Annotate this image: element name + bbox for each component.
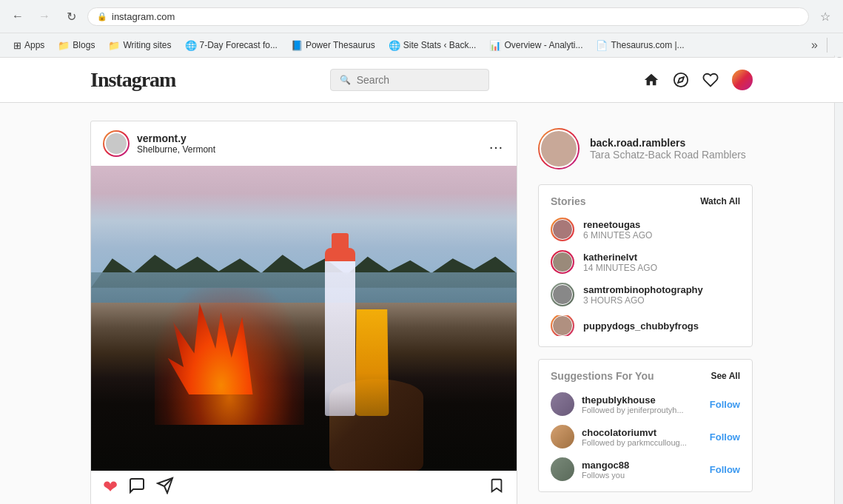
instagram-feed: vermont.y Shelburne, Vermont … bbox=[90, 121, 517, 504]
story-username-katherine: katherinelvt bbox=[583, 252, 740, 263]
story-item-sam[interactable]: samtrombinophotography 3 HOURS AGO bbox=[551, 283, 740, 306]
stories-title: Stories bbox=[551, 195, 585, 207]
search-icon: 🔍 bbox=[340, 75, 351, 85]
post-user-avatar[interactable] bbox=[103, 130, 130, 157]
sidebar-username: back.road.ramblers bbox=[590, 137, 746, 149]
suggestion-avatar-chocolatorium bbox=[551, 425, 574, 448]
suggestion-sub-mangoc88: Follows you bbox=[582, 471, 702, 480]
suggestion-info-mangoc88: mangoc88 Follows you bbox=[582, 460, 702, 480]
suggestion-item-publyk: thepublykhouse Followed by jeniferprouty… bbox=[551, 392, 740, 416]
back-button[interactable]: ← bbox=[7, 6, 28, 27]
bookmark-overview-analytics[interactable]: 📊 Overview - Analyti... bbox=[483, 38, 588, 53]
user-avatar-nav[interactable] bbox=[732, 70, 753, 90]
svg-point-0 bbox=[674, 73, 688, 87]
story-item-puppydogs[interactable]: puppydogs_chubbyfrogs bbox=[551, 315, 740, 336]
bookmark-analytics-label: Overview - Analyti... bbox=[504, 40, 582, 50]
reload-button[interactable]: ↻ bbox=[61, 6, 81, 27]
bookmarks-bar: ⊞ 🏠 Apps 📁 Blogs 📁 Writing sites 🌐 7-Day… bbox=[0, 33, 843, 57]
comment-button[interactable] bbox=[128, 477, 146, 499]
browser-toolbar: ← → ↻ 🔒 ☆ bbox=[0, 0, 843, 33]
post-header: vermont.y Shelburne, Vermont … bbox=[91, 121, 517, 166]
bookmark-apps[interactable]: ⊞ 🏠 Apps bbox=[7, 38, 50, 53]
bookmark-7day-label: 7-Day Forecast fo... bbox=[200, 40, 278, 50]
bookmark-7day-forecast[interactable]: 🌐 7-Day Forecast fo... bbox=[179, 38, 283, 53]
sidebar-profile-info: back.road.ramblers Tara Schatz-Back Road… bbox=[590, 137, 746, 161]
glass-layer bbox=[355, 309, 389, 416]
post-user-details: vermont.y Shelburne, Vermont bbox=[137, 132, 215, 155]
thesaurus-com-icon: 📄 bbox=[596, 40, 608, 51]
story-item-katherine[interactable]: katherinelvt 14 MINUTES AGO bbox=[551, 250, 740, 274]
suggestion-item-mangoc88: mangoc88 Follows you Follow bbox=[551, 457, 740, 481]
story-username-sam: samtrombinophotography bbox=[583, 284, 740, 295]
watch-all-button[interactable]: Watch All bbox=[700, 196, 740, 206]
bookmark-thesaurus-com[interactable]: 📄 Thesaurus.com |... bbox=[590, 38, 690, 53]
story-info-sam: samtrombinophotography 3 HOURS AGO bbox=[583, 284, 740, 306]
suggestion-username-publyk: thepublykhouse bbox=[582, 394, 702, 406]
suggestions-header: Suggestions For You See All bbox=[551, 370, 740, 382]
instagram-header: Instagram 🔍 bbox=[0, 58, 843, 103]
bookmark-writing-sites[interactable]: 📁 Writing sites bbox=[102, 38, 177, 53]
post-image bbox=[91, 166, 517, 471]
sidebar-profile-avatar[interactable] bbox=[538, 128, 580, 169]
post-actions-left: ❤ bbox=[103, 477, 174, 499]
story-avatar-inner-katherine bbox=[552, 252, 573, 272]
home-nav-icon[interactable] bbox=[643, 72, 659, 88]
lock-icon: 🔒 bbox=[97, 12, 107, 21]
compass-nav-icon[interactable] bbox=[673, 72, 689, 88]
story-avatar-inner-puppydogs bbox=[552, 315, 573, 336]
bookmark-blogs[interactable]: 📁 Blogs bbox=[52, 38, 101, 53]
post-image-canvas bbox=[91, 166, 517, 471]
svg-marker-1 bbox=[678, 77, 684, 83]
bookmark-site-stats[interactable]: 🌐 Site Stats ‹ Back... bbox=[383, 38, 483, 53]
story-avatar-inner-renee bbox=[552, 219, 573, 240]
stats-icon: 🌐 bbox=[389, 40, 400, 51]
url-input[interactable] bbox=[112, 11, 799, 22]
weather-icon: 🌐 bbox=[185, 40, 197, 51]
stories-section: Stories Watch All reneetougas 6 MINUTES … bbox=[538, 184, 753, 347]
story-avatar-renee bbox=[551, 218, 574, 241]
search-input[interactable] bbox=[357, 74, 480, 86]
follow-button-publyk[interactable]: Follow bbox=[710, 399, 740, 410]
story-avatar-puppydogs bbox=[551, 315, 574, 336]
story-item-renee[interactable]: reneetougas 6 MINUTES AGO bbox=[551, 218, 740, 241]
bookmarks-divider bbox=[827, 38, 836, 53]
bottle-layer bbox=[325, 248, 355, 416]
forward-button[interactable]: → bbox=[34, 6, 55, 27]
suggestion-info-chocolatorium: chocolatoriumvt Followed by parkmccullou… bbox=[582, 427, 702, 447]
instagram-footer: About · Help · Press · API · Jobs · Priv… bbox=[538, 492, 753, 504]
search-box[interactable]: 🔍 bbox=[330, 69, 489, 91]
like-button[interactable]: ❤ bbox=[103, 477, 118, 499]
browser-scrollbar[interactable] bbox=[834, 56, 843, 504]
address-bar[interactable]: 🔒 bbox=[87, 7, 809, 26]
story-time-katherine: 14 MINUTES AGO bbox=[583, 263, 740, 273]
bookmark-power-thesaurus[interactable]: 📘 Power Thesaurus bbox=[285, 38, 381, 53]
bookmark-star-button[interactable]: ☆ bbox=[815, 6, 836, 27]
save-button[interactable] bbox=[488, 477, 505, 498]
follow-button-chocolatorium[interactable]: Follow bbox=[710, 431, 740, 443]
story-avatar-inner-sam bbox=[552, 284, 573, 305]
instagram-post: vermont.y Shelburne, Vermont … bbox=[90, 121, 517, 504]
analytics-icon: 📊 bbox=[489, 40, 501, 51]
thesaurus-icon: 📘 bbox=[291, 40, 303, 51]
bookmarks-more-button[interactable]: » bbox=[807, 36, 822, 54]
see-all-button[interactable]: See All bbox=[711, 371, 740, 381]
story-info-renee: reneetougas 6 MINUTES AGO bbox=[583, 219, 740, 241]
suggestions-title: Suggestions For You bbox=[551, 370, 654, 382]
heart-nav-icon[interactable] bbox=[702, 72, 719, 88]
story-time-renee: 6 MINUTES AGO bbox=[583, 230, 740, 241]
folder-icon-writing: 📁 bbox=[108, 40, 120, 51]
suggestion-item-chocolatorium: chocolatoriumvt Followed by parkmccullou… bbox=[551, 425, 740, 448]
share-button[interactable] bbox=[156, 477, 174, 499]
post-username: vermont.y bbox=[137, 132, 215, 144]
instagram-page: Instagram 🔍 bbox=[0, 58, 843, 504]
story-info-puppydogs: puppydogs_chubbyfrogs bbox=[583, 320, 740, 332]
instagram-sidebar: back.road.ramblers Tara Schatz-Back Road… bbox=[538, 121, 753, 504]
post-user-info: vermont.y Shelburne, Vermont bbox=[103, 130, 215, 157]
sidebar-fullname: Tara Schatz-Back Road Ramblers bbox=[590, 149, 746, 161]
follow-button-mangoc88[interactable]: Follow bbox=[710, 464, 740, 475]
stories-header: Stories Watch All bbox=[551, 195, 740, 207]
suggestion-sub-publyk: Followed by jeniferproutyh... bbox=[582, 406, 702, 414]
post-more-button[interactable]: … bbox=[488, 135, 505, 152]
post-actions: ❤ bbox=[91, 471, 517, 504]
suggestions-section: Suggestions For You See All thepublykhou… bbox=[538, 359, 753, 492]
